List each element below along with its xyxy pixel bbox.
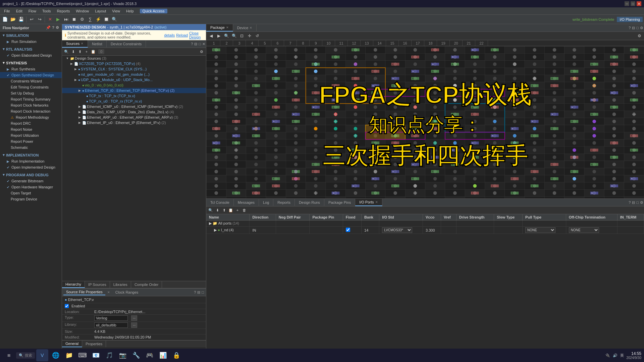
- pkg-forward-btn[interactable]: ▶: [215, 33, 222, 39]
- subtab-ip-sources[interactable]: IP Sources: [85, 281, 110, 288]
- tree-row-selected[interactable]: ▶ ● Ethernet_TCP_t0 : Ethernet_TCP (Ethe…: [62, 88, 206, 93]
- subtab-libraries[interactable]: Libraries: [110, 281, 131, 288]
- toolbar-impl[interactable]: ∑: [87, 16, 94, 23]
- expand-all-btn[interactable]: ⬇: [70, 49, 76, 55]
- menu-layout[interactable]: Layout: [92, 8, 109, 14]
- copy-btn[interactable]: 📋: [90, 49, 96, 55]
- col-io-std[interactable]: I/O Std: [379, 214, 423, 221]
- tab-messages[interactable]: Messages: [234, 199, 259, 206]
- tab-io-ports-close[interactable]: ✕: [375, 200, 378, 204]
- taskbar-icon-mail[interactable]: 📧: [90, 349, 102, 361]
- tree-toggle-data2to1[interactable]: ▶: [77, 110, 82, 114]
- bottom-settings-btn[interactable]: ⚙: [640, 200, 643, 205]
- tree-toggle-ethip[interactable]: ▶: [77, 121, 82, 124]
- subtab-hierarchy[interactable]: Hierarchy: [62, 281, 85, 288]
- io-row-expand[interactable]: ▶: [209, 221, 212, 225]
- toolbar-save[interactable]: 💾: [17, 16, 25, 23]
- toolbar-play[interactable]: ▶: [54, 16, 62, 23]
- tree-toggle-design-sources[interactable]: ▼: [65, 57, 69, 60]
- toolbar-close[interactable]: ✕: [46, 16, 54, 23]
- io-row2-pull-select[interactable]: NONE: [525, 227, 555, 233]
- col-pkg-pin[interactable]: Package Pin: [310, 214, 343, 221]
- nav-item-open-elaborated[interactable]: ✔ Open Elaborated Design: [0, 52, 62, 58]
- nav-item-run-synthesis[interactable]: ▶ Run Synthesis: [0, 66, 62, 72]
- toolbar-debug[interactable]: 🔍: [111, 16, 118, 23]
- file-props-float[interactable]: □: [202, 290, 204, 295]
- nav-section-rtl-title[interactable]: ▾ RTL ANALYSIS: [0, 46, 62, 52]
- taskbar-icon-music[interactable]: 🎵: [103, 349, 115, 361]
- nav-item-report-power[interactable]: Report Power: [0, 138, 62, 144]
- library-input[interactable]: [94, 322, 128, 328]
- nav-item-report-drc[interactable]: Report DRC: [0, 120, 62, 126]
- info-details-link[interactable]: details: [164, 33, 175, 37]
- nav-item-edit-timing[interactable]: Edit Timing Constraints: [0, 84, 62, 90]
- enabled-checkbox[interactable]: [65, 304, 69, 308]
- toolbar-synth[interactable]: ⚙: [78, 16, 86, 23]
- tree-row[interactable]: ▼ 📁 Design Sources (3): [62, 56, 206, 61]
- io-delete-btn[interactable]: 🗑: [241, 207, 247, 213]
- nav-item-setup-debug[interactable]: Set Up Debug: [0, 90, 62, 96]
- io-row2-off-chip-select[interactable]: NONE: [569, 227, 599, 233]
- bottom-help-btn[interactable]: ?: [629, 200, 631, 204]
- package-detach-btn[interactable]: ⊟: [632, 26, 635, 30]
- type-input[interactable]: [94, 315, 128, 321]
- io-collapse-btn[interactable]: ⬆: [221, 207, 227, 213]
- tree-row[interactable]: ▶ 📄 Ethernet_IP_u0 : Ethernet_IP (Ethern…: [62, 120, 206, 125]
- col-drive-strength[interactable]: Drive Strength: [456, 214, 494, 221]
- tree-toggle-sysclk[interactable]: ▶: [73, 67, 77, 71]
- package-help-btn[interactable]: ?: [629, 26, 631, 30]
- tab-io-ports[interactable]: I/O Ports ✕: [355, 199, 382, 206]
- info-close-design-link[interactable]: Close Design: [189, 31, 203, 39]
- library-browse-btn[interactable]: ···: [131, 322, 137, 328]
- sources-settings-btn[interactable]: ⚙: [199, 49, 205, 55]
- io-add-btn[interactable]: +: [234, 207, 240, 213]
- toolbar-open[interactable]: 📂: [9, 16, 17, 23]
- maximize-button[interactable]: □: [631, 1, 635, 6]
- tab-device-close[interactable]: ✕: [250, 26, 252, 29]
- subtab-compile-order[interactable]: Compile Order: [131, 281, 162, 288]
- nav-item-schematic[interactable]: Schematic: [0, 144, 62, 150]
- tree-row[interactable]: ▶ 📄 Data_2to1_ICMP_UDP : Data_2to1 (Data…: [62, 109, 206, 115]
- props-tab-source[interactable]: Source File Properties: [63, 289, 105, 295]
- menu-reports[interactable]: Reports: [54, 8, 73, 14]
- file-props-detach[interactable]: ⊟: [197, 290, 200, 295]
- col-direction[interactable]: Direction: [250, 214, 276, 221]
- col-off-chip[interactable]: Off-Chip Termination: [566, 214, 617, 221]
- nav-item-report-methodology[interactable]: ⚠ Report Methodology: [0, 114, 62, 120]
- tab-reports[interactable]: Reports: [273, 199, 295, 206]
- tree-toggle-etharp[interactable]: ▶: [77, 116, 82, 119]
- nav-item-open-implemented[interactable]: ✔ Open Implemented Design: [0, 164, 62, 170]
- io-copy-btn[interactable]: 📋: [228, 207, 234, 213]
- nav-item-open-hw-manager[interactable]: ✔ Open Hardware Manager: [0, 184, 62, 190]
- sources-help-btn[interactable]: ?: [191, 42, 193, 46]
- nav-section-simulation-title[interactable]: ▾ SIMULATION: [0, 32, 62, 39]
- pkg-select-btn[interactable]: ✛: [246, 33, 253, 39]
- taskbar-icon-tools[interactable]: 🔧: [130, 349, 142, 361]
- package-settings-btn[interactable]: ⚙: [640, 26, 643, 30]
- io-row2-expand[interactable]: ▶: [214, 228, 217, 232]
- pkg-zoom-in-btn[interactable]: 🔍: [231, 33, 237, 39]
- taskbar-vivado[interactable]: V: [36, 349, 48, 361]
- nav-item-open-synthesized[interactable]: ✔ Open Synthesized Design: [0, 72, 62, 78]
- tab-design-runs[interactable]: Design Runs: [295, 199, 324, 206]
- bottom-detach-btn[interactable]: ⊟: [632, 200, 635, 205]
- nav-section-program-title[interactable]: ▾ PROGRAM AND DEBUG: [0, 172, 62, 178]
- taskbar-icon-folder[interactable]: 📁: [63, 349, 75, 361]
- tree-toggle-ethtcp[interactable]: ▶: [77, 89, 82, 92]
- sources-detach-btn[interactable]: ⊟: [194, 42, 197, 46]
- tab-package-pins[interactable]: Package Pins: [324, 199, 355, 206]
- io-row2-io-std-select[interactable]: LVCMOS33*: [382, 227, 412, 233]
- fpga-package-grid[interactable]: FPGA之TCP协议栈 知识点分享： 三次握手和四次挥手: [206, 46, 644, 198]
- tree-row[interactable]: ▷ ● rst_gen_module_u0 : rst_gen_module (…: [62, 72, 206, 77]
- toolbar-undo[interactable]: ↩: [28, 16, 35, 23]
- taskbar-icon-browser[interactable]: 🌐: [50, 349, 62, 361]
- toolbar-step[interactable]: ⏭: [62, 16, 70, 23]
- search-btn[interactable]: 🔍: [63, 49, 69, 55]
- tab-device[interactable]: Device ✕: [233, 24, 257, 31]
- nav-item-open-target[interactable]: Open Target: [0, 190, 62, 196]
- taskbar-icon-photo[interactable]: 📷: [117, 349, 129, 361]
- tree-row[interactable]: ▶ 📄 Ethernet_ICMP_u0 : Ethernet_ICMP (Et…: [62, 104, 206, 109]
- col-pull-type[interactable]: Pull Type: [523, 214, 566, 221]
- io-search-btn[interactable]: 🔍: [208, 207, 214, 213]
- info-reload-link[interactable]: Reload: [176, 33, 188, 37]
